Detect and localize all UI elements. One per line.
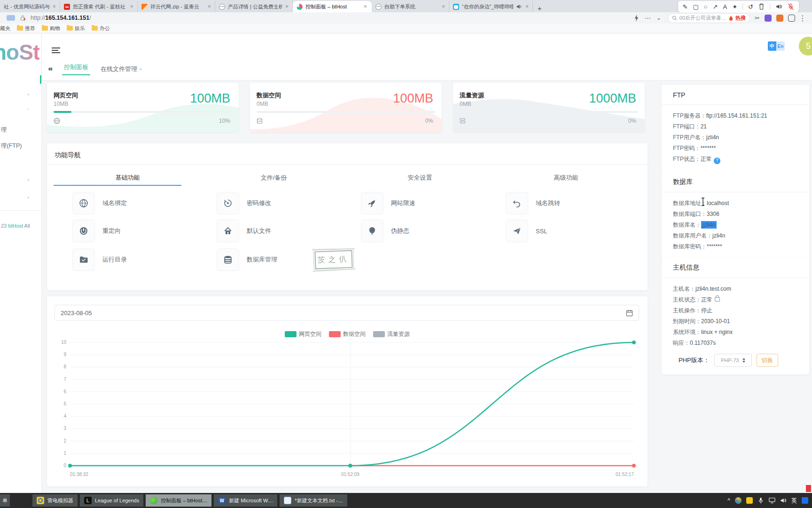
bookmark-folder[interactable]: 办公 (92, 25, 110, 32)
sidebar-chevron-icon[interactable]: › (27, 194, 29, 200)
tab-close-icon[interactable]: × (130, 4, 133, 9)
bookmark-item[interactable]: 藏夹 (0, 25, 10, 32)
rectangle-icon[interactable]: ▢ (693, 3, 698, 10)
speaker-icon[interactable] (775, 3, 782, 10)
taskbar: 单 雷电模拟器 L League of Legends 控制面板 – btHos… (0, 493, 812, 508)
tray-mic-icon[interactable] (757, 497, 764, 504)
legend-item-web[interactable]: 网页空间 (285, 330, 321, 338)
nav-item-default-file[interactable]: 默认文件 (217, 220, 271, 242)
wand-icon[interactable]: ✦ (732, 3, 737, 10)
nav-item-database-manage[interactable]: 数据库管理 (217, 248, 277, 271)
nav-item-ssl[interactable]: SSL (506, 220, 547, 242)
browser-tab-2[interactable]: 您正搜索 代刷 - 蓝枝社 × (60, 1, 138, 12)
microphone-muted-icon[interactable] (788, 3, 794, 10)
insecure-lock-icon[interactable] (20, 15, 26, 21)
browser-tab-1[interactable]: 社 - 优质网站源码与插… × (0, 1, 60, 12)
square-extension-icon[interactable] (788, 15, 795, 22)
tray-input-method[interactable]: 英 (791, 497, 797, 505)
bookmark-folder[interactable]: 购物 (42, 25, 60, 32)
tab-file-manager[interactable]: 在线文件管理× (101, 65, 142, 73)
tray-display-icon[interactable] (769, 497, 775, 504)
tray-blue-icon[interactable] (802, 497, 808, 504)
send-icon (506, 220, 528, 242)
tab-control-panel[interactable]: 控制面板 (64, 63, 88, 75)
collapse-tabs-icon[interactable]: ⏴⏴ (48, 66, 52, 72)
sidebar-chevron-icon[interactable]: › (27, 91, 29, 97)
collapse-chevron-icon[interactable]: ⌄ (656, 15, 661, 21)
address-bar: http://165.154.161.151/ ⋯ ⌄ 00后开公司设寒暑… 热… (0, 12, 812, 24)
nav-item-speed-limit[interactable]: 网站限速 (361, 192, 415, 214)
user-avatar[interactable]: 5 (799, 37, 812, 56)
browser-tab-4[interactable]: 产品详情 | 公益免费主机互联 × (215, 1, 293, 12)
nav-item-label: 网站限速 (391, 199, 415, 207)
circle-icon[interactable]: ○ (704, 3, 708, 10)
sidebar-item-file-manager[interactable]: 理 (1, 126, 7, 134)
purple-extension-icon[interactable] (765, 15, 772, 22)
tray-emulator-icon[interactable] (746, 497, 753, 504)
browser-tab-3[interactable]: 祥云代网.zip - 蓝奏云 × (138, 1, 215, 12)
text-tool-icon[interactable]: A (723, 3, 727, 10)
tray-expand-icon[interactable]: ^ (727, 497, 730, 504)
taskbar-item-bthost[interactable]: 控制面板 – btHost… (146, 494, 211, 507)
nav-tab-files[interactable]: 文件/备份 (201, 174, 347, 182)
new-tab-button[interactable]: + (533, 4, 547, 12)
nav-tab-advanced[interactable]: 高级功能 (493, 174, 639, 182)
ftp-server-row: FTP服务器：ftp://165.154.161.151:21 (673, 111, 798, 120)
nav-item-run-directory[interactable]: 运行目录 (72, 248, 127, 271)
pencil-icon[interactable]: ✎ (683, 3, 688, 10)
language-toggle[interactable]: 中 En (768, 41, 785, 51)
extension-icon[interactable] (7, 15, 15, 21)
help-badge-icon[interactable]: ? (714, 158, 720, 164)
browser-tab-active[interactable]: 控制面板 – btHost × (293, 1, 372, 12)
trash-icon[interactable] (758, 3, 765, 10)
bookmark-folder[interactable]: 娱乐 (67, 25, 85, 32)
browser-tab-7[interactable]: “在你的身边”_哔哩哔哩_b… × (449, 1, 533, 12)
browser-tab-6[interactable]: 自助下单系统 × (372, 1, 449, 12)
nav-tab-security[interactable]: 安全设置 (347, 174, 493, 182)
tab-close-icon[interactable]: × (53, 4, 56, 9)
taskbar-partial-item[interactable]: 单 (0, 494, 10, 507)
switch-php-button[interactable]: 切换 (757, 354, 778, 367)
scissors-icon[interactable]: ✂ (755, 15, 760, 22)
undo-icon[interactable]: ↺ (748, 3, 753, 10)
legend-item-traffic[interactable]: 流量资源 (373, 330, 410, 338)
tab-close-icon[interactable]: × (525, 4, 529, 9)
browser-search-box[interactable]: 00后开公司设寒暑… 热搜 (668, 13, 750, 23)
bookmark-folder[interactable]: 推荐 (17, 25, 35, 32)
date-picker-input[interactable]: 2023-08-05 (55, 305, 639, 321)
taskbar-item-lol[interactable]: L League of Legends (80, 494, 143, 507)
progress-fill (54, 111, 71, 113)
nav-item-redirect[interactable]: 重定向 (72, 220, 121, 242)
sidebar-item-ftp-manager[interactable]: 理(FTP) (1, 142, 22, 150)
tray-app-icon[interactable] (735, 497, 742, 504)
orange-extension-icon[interactable] (776, 15, 783, 22)
tab-close-icon[interactable]: × (139, 66, 142, 72)
nav-item-password-change[interactable]: 密码修改 (217, 192, 271, 214)
legend-item-data[interactable]: 数据空间 (329, 330, 366, 338)
taskbar-item-notepad[interactable]: *新建文本文档.txt -… (280, 494, 347, 507)
more-tools-icon[interactable]: ⋯ (645, 15, 651, 22)
nav-tab-basic[interactable]: 基础功能 (55, 174, 201, 182)
taskbar-item-emulator[interactable]: 雷电模拟器 (32, 494, 78, 507)
lanzou-favicon (141, 4, 148, 10)
sidebar-chevron-down-icon[interactable]: ˇ (27, 108, 29, 114)
taskbar-item-word[interactable]: W 新建 Microsoft W… (214, 494, 277, 507)
sidebar-chevron-icon[interactable]: › (27, 177, 29, 183)
hamburger-menu-icon[interactable] (52, 46, 60, 55)
calendar-icon (626, 310, 633, 317)
lightning-icon[interactable] (634, 15, 639, 22)
tab-close-icon[interactable]: × (208, 4, 211, 9)
overflow-dots-icon[interactable]: ⋮ (799, 14, 806, 23)
php-version-select[interactable]: PHP-73 (714, 354, 752, 367)
url-text[interactable]: http://165.154.161.151/ (31, 15, 91, 21)
stop-action[interactable]: 停止 (701, 307, 712, 314)
tab-close-icon[interactable]: × (285, 4, 289, 9)
tray-volume-icon[interactable] (780, 497, 787, 504)
arrow-icon[interactable]: ↗ (713, 3, 718, 10)
notification-icon[interactable] (805, 484, 812, 492)
tab-close-icon[interactable]: × (442, 4, 445, 9)
nav-item-domain-redirect[interactable]: 域名跳转 (506, 192, 560, 214)
nav-item-domain-bind[interactable]: 域名绑定 (72, 192, 127, 214)
tab-close-icon[interactable]: × (364, 4, 367, 9)
nav-item-rewrite[interactable]: 伪静态 (361, 220, 409, 242)
